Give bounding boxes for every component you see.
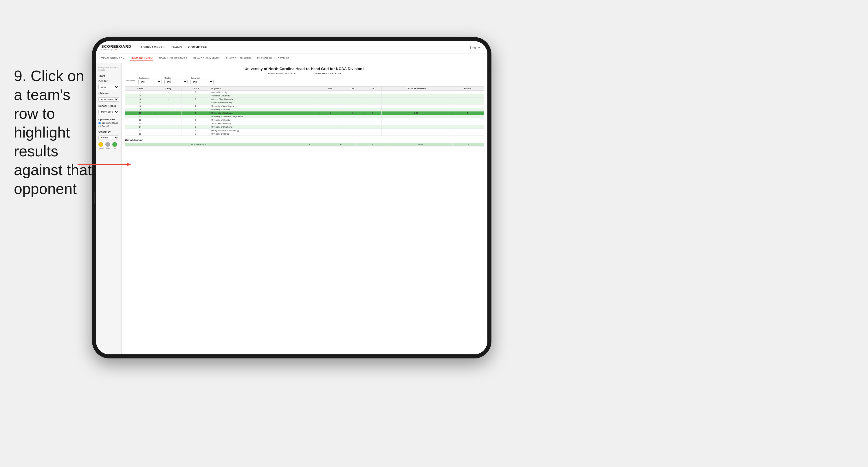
cell-1: -: [155, 132, 182, 136]
opponent-select[interactable]: (All): [190, 80, 214, 84]
cell-4: [320, 115, 340, 118]
sidebar: Last Updated: 27/03/2024 16:55:38 Team G…: [96, 63, 122, 354]
table-row[interactable]: 3-2Vanderbilt University: [125, 94, 484, 97]
cell-6: [364, 94, 381, 97]
cell-1: -: [155, 115, 182, 118]
col-conf: # Conf: [181, 87, 210, 91]
table-row[interactable]: 8-2University of Washington: [125, 105, 484, 108]
cell-7: [382, 101, 451, 105]
subnav-team-summary[interactable]: TEAM SUMMARY: [101, 57, 124, 60]
level-label: Level: [105, 147, 111, 149]
table-row[interactable]: 6-2Florida State University: [125, 101, 484, 105]
table-row[interactable]: 13-1Texas Tech University: [125, 122, 484, 125]
cell-5: [340, 115, 364, 118]
cell-7: [382, 115, 451, 118]
cell-6: [364, 101, 381, 105]
subnav-player-h2h-grid[interactable]: PLAYER H2H GRID: [225, 57, 251, 60]
table-row[interactable]: 11-6University of Arkansas, Fayetteville: [125, 115, 484, 118]
out-division-loss: 0: [325, 143, 356, 146]
table-row[interactable]: 4-1Arizona State University: [125, 97, 484, 101]
cell-4: [320, 94, 340, 97]
subnav-team-h2h-heatmap[interactable]: TEAM H2H HEATMAP: [159, 57, 188, 60]
cell-6: [364, 108, 381, 112]
col-rank: # Rank: [125, 87, 155, 91]
cell-1: -: [155, 129, 182, 132]
nav-teams[interactable]: TEAMS: [171, 46, 182, 49]
table-row[interactable]: 14-2University of Oklahoma: [125, 125, 484, 129]
subnav-player-h2h-heatmap[interactable]: PLAYER H2H HEATMAP: [257, 57, 289, 60]
cell-1: -: [155, 101, 182, 105]
conference-select[interactable]: (All): [138, 80, 161, 84]
nav-committee[interactable]: COMMITTEE: [188, 46, 207, 49]
table-row[interactable]: 12-3University of Virginia: [125, 118, 484, 122]
out-division-diff: 26.00: [388, 143, 453, 146]
cell-2: 2: [181, 94, 210, 97]
color-level: [105, 142, 110, 147]
cell-8: [451, 97, 484, 101]
app-logo: SCOREBOARD Powered by clippi: [101, 45, 131, 50]
school-select[interactable]: 4 University of Nort...: [98, 110, 119, 114]
cell-8: [451, 125, 484, 129]
cell-8: 8: [451, 112, 484, 115]
logo-title: SCOREBOARD: [101, 45, 131, 48]
opponents-played-option[interactable]: Opponents Played: [98, 122, 119, 124]
region-select[interactable]: (All): [164, 80, 188, 84]
subnav-team-h2h-grid[interactable]: TEAM H2H GRID: [130, 56, 153, 60]
cell-2: 1: [181, 97, 210, 101]
cell-8: [451, 94, 484, 97]
region-label: Region: [164, 77, 188, 79]
table-row[interactable]: 11-5University of Alabama3002.618: [125, 112, 484, 115]
cell-8: [451, 101, 484, 105]
out-of-division-header: Out of division: [125, 139, 484, 142]
sign-out-link[interactable]: | Sign out: [470, 46, 482, 49]
table-row[interactable]: 9-3University of Arizona: [125, 108, 484, 112]
cell-7: 2.61: [382, 112, 451, 115]
nav-bar: SCOREBOARD Powered by clippi TOURNAMENTS…: [96, 41, 487, 54]
report-records: Overall Record: 89 - 17 - 0 Division Rec…: [125, 72, 484, 75]
color-up: [112, 142, 117, 147]
cell-2: 3: [181, 108, 210, 112]
cell-2: 5: [181, 112, 210, 115]
cell-2: 2: [181, 125, 210, 129]
out-division-label: NCAA Division II: [125, 143, 272, 146]
subnav-player-summary[interactable]: PLAYER SUMMARY: [193, 57, 220, 60]
cell-0: 11: [125, 112, 155, 115]
school-label: School (Rank): [98, 105, 119, 108]
out-division-win: 1: [294, 143, 325, 146]
cell-3: Arizona State University: [210, 97, 320, 101]
division-select[interactable]: NCAA Division I: [98, 97, 119, 101]
division-record: Division Record: 88 - 17 - 0: [313, 72, 341, 75]
out-division-empty: [272, 143, 294, 146]
cell-0: 3: [125, 94, 155, 97]
table-row[interactable]: 15-4Georgia Institute of Technology: [125, 129, 484, 132]
h2h-table: # Rank # Reg # Conf Opponent Win Loss Ti…: [125, 86, 484, 136]
cell-1: -: [155, 91, 182, 94]
team-label: Team: [98, 75, 119, 77]
gender-select[interactable]: Men's: [98, 85, 119, 89]
cell-8: [451, 91, 484, 94]
cell-5: [340, 97, 364, 101]
cell-8: [451, 105, 484, 108]
cell-5: [340, 108, 364, 112]
colour-by-select[interactable]: Win/loss: [98, 136, 119, 140]
cell-5: [340, 118, 364, 122]
top-100-option[interactable]: Top 100: [98, 125, 119, 127]
report-title: University of North Carolina Head-to-Hea…: [125, 66, 484, 71]
cell-7: [382, 122, 451, 125]
cell-2: 4: [181, 129, 210, 132]
table-row[interactable]: 2-1Auburn University: [125, 91, 484, 94]
cell-5: [340, 129, 364, 132]
cell-4: [320, 125, 340, 129]
logo-sub: Powered by clippi: [101, 48, 131, 50]
col-win: Win: [320, 87, 340, 91]
col-diff: Diff Av Strokes/Rnd: [382, 87, 451, 91]
cell-4: [320, 108, 340, 112]
cell-2: 3: [181, 118, 210, 122]
color-down: [98, 142, 103, 147]
conference-label: Conference: [138, 77, 161, 79]
cell-4: [320, 97, 340, 101]
out-division-row[interactable]: NCAA Division II 1 0 0 26.00 3: [125, 143, 484, 146]
table-row[interactable]: 16-3University of Florida: [125, 132, 484, 136]
out-division-tie: 0: [356, 143, 388, 146]
nav-tournaments[interactable]: TOURNAMENTS: [141, 46, 165, 49]
